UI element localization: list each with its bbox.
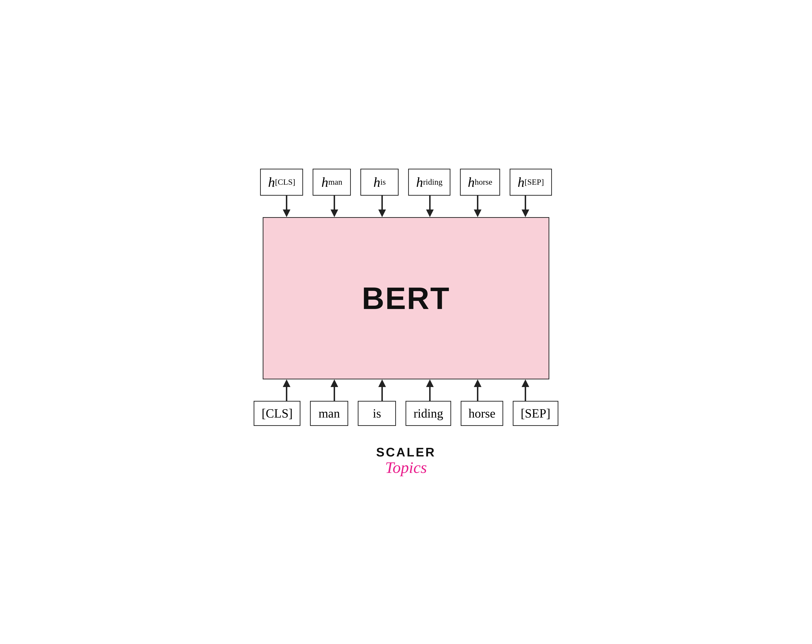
arrow-up-man (315, 196, 353, 217)
arrow-up-is (363, 196, 401, 217)
arrow-col-sep-top (506, 196, 545, 217)
arrow-col-man-top (315, 196, 353, 217)
input-token-horse: horse (461, 401, 504, 426)
arrow-up-sep (506, 196, 545, 217)
output-token-riding: hriding (408, 169, 450, 196)
input-token-cls: [CLS] (253, 401, 301, 426)
output-token-man: hman (313, 169, 351, 196)
input-tokens-row: [CLS] man is riding horse [SEP] (253, 401, 558, 426)
svg-marker-11 (522, 210, 529, 217)
input-token-sep: [SEP] (513, 401, 558, 426)
svg-marker-19 (426, 379, 434, 387)
input-token-riding: riding (406, 401, 451, 426)
scaler-logo: SCALER Topics (376, 445, 436, 475)
arrow-col-is-bot (363, 379, 401, 401)
svg-marker-17 (378, 379, 386, 387)
svg-marker-21 (474, 379, 481, 387)
arrow-col-cls-bot (267, 379, 306, 401)
output-token-horse: hhorse (460, 169, 500, 196)
svg-marker-7 (426, 210, 434, 217)
arrow-col-is-top (363, 196, 401, 217)
input-token-man: man (310, 401, 348, 426)
arrow-up-riding (411, 196, 449, 217)
arrow-bot-man (315, 379, 353, 401)
arrow-up-horse (459, 196, 497, 217)
svg-marker-13 (283, 379, 290, 387)
arrow-col-horse-bot (459, 379, 497, 401)
arrow-col-riding-top (411, 196, 449, 217)
bert-block: BERT (263, 217, 549, 379)
arrow-bot-sep (506, 379, 545, 401)
arrow-col-cls-top (267, 196, 306, 217)
arrow-bot-horse (459, 379, 497, 401)
svg-marker-23 (522, 379, 529, 387)
diagram-container: h[CLS] hman his hriding hhorse h[SEP] (253, 169, 558, 475)
svg-marker-5 (378, 210, 386, 217)
arrow-col-horse-top (459, 196, 497, 217)
arrow-up-cls (267, 196, 306, 217)
output-token-cls: h[CLS] (260, 169, 303, 196)
topics-text: Topics (385, 459, 427, 475)
svg-marker-1 (283, 210, 290, 217)
arrows-bottom (267, 379, 545, 401)
input-token-is: is (358, 401, 396, 426)
arrow-bot-riding (411, 379, 449, 401)
svg-marker-3 (331, 210, 338, 217)
arrow-col-sep-bot (506, 379, 545, 401)
scaler-text: SCALER (376, 445, 436, 459)
svg-marker-9 (474, 210, 481, 217)
arrow-col-riding-bot (411, 379, 449, 401)
arrows-top (267, 196, 545, 217)
arrow-bot-cls (267, 379, 306, 401)
output-token-is: his (360, 169, 398, 196)
arrow-col-man-bot (315, 379, 353, 401)
output-token-sep: h[SEP] (510, 169, 552, 196)
bert-label: BERT (362, 280, 450, 316)
svg-marker-15 (331, 379, 338, 387)
arrow-bot-is (363, 379, 401, 401)
output-tokens-row: h[CLS] hman his hriding hhorse h[SEP] (260, 169, 552, 196)
